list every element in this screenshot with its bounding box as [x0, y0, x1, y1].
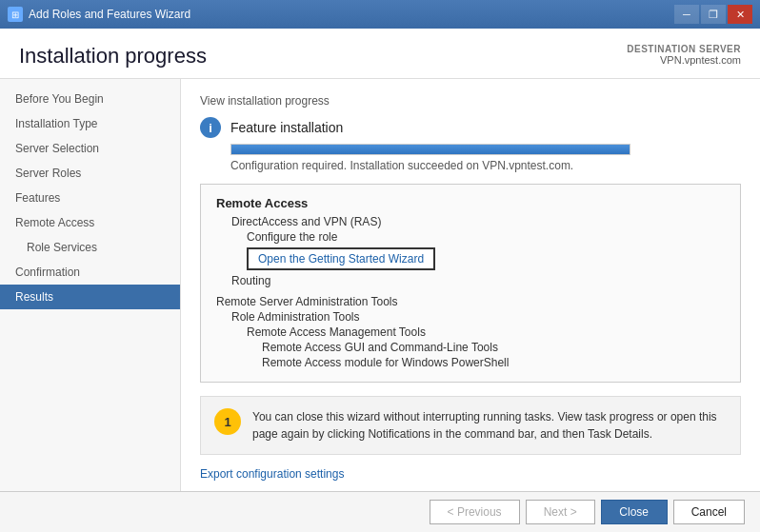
progress-bar-fill	[231, 145, 630, 154]
sidebar-item-confirmation[interactable]: Confirmation	[0, 260, 180, 285]
title-bar-controls: ─ ❐ ✕	[674, 5, 752, 24]
window-title: Add Roles and Features Wizard	[29, 8, 190, 21]
destination-server-info: DESTINATION SERVER VPN.vpntest.com	[627, 44, 741, 66]
installation-box: Remote Access DirectAccess and VPN (RAS)…	[200, 184, 741, 383]
sidebar-item-features[interactable]: Features	[0, 186, 180, 210]
sidebar-item-installation-type[interactable]: Installation Type	[0, 111, 180, 136]
cancel-button[interactable]: Cancel	[673, 500, 745, 524]
feature-install-row: i Feature installation	[200, 117, 741, 138]
content-area: Before You Begin Installation Type Serve…	[0, 79, 760, 491]
view-progress-label: View installation progress	[200, 94, 741, 108]
restore-button[interactable]: ❐	[701, 5, 726, 24]
close-window-button[interactable]: ✕	[728, 5, 752, 24]
feature-install-title: Feature installation	[230, 120, 343, 135]
next-button[interactable]: Next >	[526, 500, 595, 524]
sidebar-item-role-services[interactable]: Role Services	[0, 235, 180, 260]
title-bar-left: ⊞ Add Roles and Features Wizard	[8, 7, 190, 22]
sidebar: Before You Begin Installation Type Serve…	[0, 79, 181, 491]
install-item-rsat: Remote Server Administration Tools	[216, 294, 725, 309]
install-item-remote-access-mgmt-tools: Remote Access Management Tools	[216, 325, 725, 340]
progress-bar-container	[230, 144, 630, 155]
previous-button[interactable]: < Previous	[430, 500, 520, 524]
main-content: View installation progress i Feature ins…	[181, 79, 760, 491]
page-title: Installation progress	[19, 44, 207, 69]
install-item-configure-role: Configure the role	[216, 229, 725, 245]
sidebar-item-server-roles[interactable]: Server Roles	[0, 161, 180, 186]
footer: < Previous Next > Close Cancel	[0, 491, 760, 532]
export-configuration-link[interactable]: Export configuration settings	[200, 467, 344, 481]
header-section: Installation progress DESTINATION SERVER…	[0, 29, 760, 79]
sidebar-item-server-selection[interactable]: Server Selection	[0, 136, 180, 161]
install-item-routing: Routing	[216, 273, 725, 288]
info-icon: i	[200, 117, 221, 138]
destination-label: DESTINATION SERVER	[627, 44, 741, 54]
open-getting-started-wizard-link[interactable]: Open the Getting Started Wizard	[247, 247, 435, 270]
main-window: Installation progress DESTINATION SERVER…	[0, 29, 760, 532]
install-item-remote-access-powershell: Remote Access module for Windows PowerSh…	[216, 355, 725, 370]
destination-server-name: VPN.vpntest.com	[627, 54, 741, 66]
notification-box: 1 You can close this wizard without inte…	[200, 396, 741, 455]
sidebar-item-results[interactable]: Results	[0, 285, 180, 309]
minimize-button[interactable]: ─	[674, 5, 699, 24]
install-item-role-admin-tools: Role Administration Tools	[216, 309, 725, 325]
close-button[interactable]: Close	[601, 500, 668, 524]
sidebar-item-before-you-begin[interactable]: Before You Begin	[0, 87, 180, 111]
install-item-remote-access-gui: Remote Access GUI and Command-Line Tools	[216, 340, 725, 355]
title-bar: ⊞ Add Roles and Features Wizard ─ ❐ ✕	[0, 0, 760, 29]
config-note: Configuration required. Installation suc…	[230, 159, 741, 172]
notification-text: You can close this wizard without interr…	[252, 408, 727, 443]
app-icon: ⊞	[8, 7, 23, 22]
install-item-directaccess: DirectAccess and VPN (RAS)	[216, 214, 725, 229]
notification-badge: 1	[214, 408, 241, 435]
group-title-remote-access: Remote Access	[216, 196, 725, 210]
sidebar-item-remote-access[interactable]: Remote Access	[0, 210, 180, 235]
